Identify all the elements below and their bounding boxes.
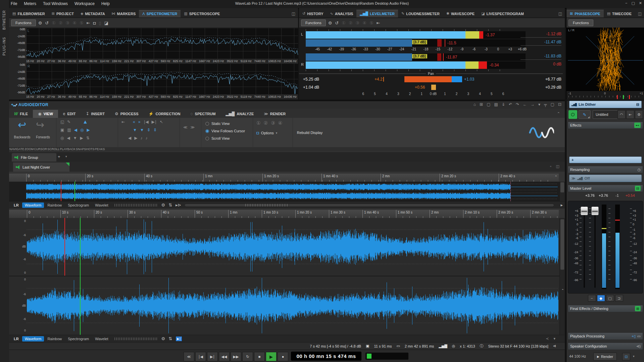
nudge-right-icon[interactable]: ▶ xyxy=(134,136,137,140)
overview-vscrollbar[interactable] xyxy=(559,182,565,201)
drop-left-icon[interactable]: ▼ xyxy=(133,128,137,132)
zoom-out-v-icon[interactable]: ▼ xyxy=(73,136,77,140)
ribbon-tab[interactable]: ⚡ CORRECTION xyxy=(144,110,186,118)
transport-next-marker[interactable]: ▶∣ xyxy=(207,352,218,361)
extend-left-icon[interactable]: ⇕ xyxy=(147,128,150,132)
nudge-left-icon[interactable]: ◀ xyxy=(128,136,131,140)
transport-rewind[interactable]: ◀◀ xyxy=(219,352,230,361)
power-button[interactable]: ⏻ xyxy=(568,110,577,119)
new-file-icon[interactable]: ▢ xyxy=(487,102,490,107)
zoom-audio-icon[interactable]: ◎ xyxy=(60,136,64,140)
view-tab[interactable]: Rainbow xyxy=(45,202,64,208)
view-tab[interactable]: Wavelet xyxy=(92,202,111,208)
collapse-icon[interactable]: ⇤ xyxy=(626,110,634,119)
goniometer-display[interactable]: L / R xyxy=(566,28,644,91)
reset-icon[interactable]: ↺ xyxy=(335,21,339,25)
winctl-close[interactable]: ✕ xyxy=(639,1,642,5)
status-audio-format[interactable]: Stereo 32 bit F 44 100 Hz [128 kbps] xyxy=(488,344,548,348)
layout-icon[interactable]: ⊡ xyxy=(558,102,561,107)
unlink-icon[interactable]: ⊐ xyxy=(615,295,623,302)
file-group-tab[interactable]: File Group xyxy=(12,153,56,162)
copy-icon[interactable]: ▢ xyxy=(606,295,614,302)
overview-waveform[interactable] xyxy=(9,182,565,201)
collapse-icon[interactable]: ⇤ xyxy=(377,21,380,25)
panel-menu-icon[interactable]: ◫ xyxy=(556,10,565,17)
panel-menu-icon[interactable]: ◫ xyxy=(289,10,298,17)
delete-icon[interactable]: ▯ xyxy=(99,21,101,25)
status-cursor-marker-icon[interactable]: ▣ xyxy=(366,344,369,348)
render-button[interactable]: ▶ Render xyxy=(593,353,617,361)
prev-marker-icon[interactable]: ∣◀ xyxy=(143,120,148,124)
transport-time-display[interactable]: 00 h 00 mn 15 s 474 ms xyxy=(291,352,361,361)
status-zoom-factor[interactable]: x 1: 4313 xyxy=(460,344,475,348)
tab[interactable]: ∿ ANALYSIS xyxy=(327,10,357,17)
mono-icon[interactable]: − xyxy=(588,295,596,302)
status-file-length[interactable]: 2 mn 42 s 891 ms xyxy=(405,344,434,348)
ribbon-tab[interactable]: ◌ SPECTRUM xyxy=(185,110,220,118)
preset-5[interactable]: ⑤ xyxy=(80,21,84,25)
status-monitor-icon[interactable]: ⊲ xyxy=(553,344,556,348)
tab[interactable]: ◈ METADATA xyxy=(77,10,108,17)
undo-icon[interactable]: ↶ xyxy=(509,102,512,107)
ribbon-tab[interactable]: e EDIT xyxy=(58,110,81,118)
marker-pen-icon[interactable]: ⌃ xyxy=(561,288,564,292)
scroll-left-icon[interactable]: ≪ xyxy=(183,125,188,129)
transport-play[interactable]: ▶ xyxy=(266,352,277,361)
next-marker-icon[interactable]: ▶∣ xyxy=(152,120,157,124)
nav-back-icon[interactable]: ← xyxy=(523,102,527,107)
forwards-icon[interactable]: ↪ xyxy=(36,120,44,130)
resampling-slot[interactable]: ≫ ▂▅█ Off xyxy=(569,175,642,182)
sidebar-tab-bitmeter[interactable]: BITMETER xyxy=(2,10,6,30)
transport-loop[interactable]: ↻ xyxy=(242,352,253,361)
panel-menu-icon[interactable]: ◫ xyxy=(556,164,559,169)
overview-ruler[interactable]: 020 s40 s1 mn1 mn 20 s1 mn 40 s2 mn2 mn … xyxy=(9,174,559,182)
winctl-maximize[interactable]: ▢ xyxy=(631,1,635,5)
collapse-icon[interactable]: ⇤ xyxy=(87,21,90,25)
functions-button[interactable]: Functions xyxy=(11,19,36,26)
nav-forward-icon[interactable]: → xyxy=(531,102,535,107)
ribbon-tab[interactable]: W FILE xyxy=(9,110,33,118)
zoom-out-h-icon[interactable]: ◀ xyxy=(74,128,77,132)
ribbon-tab[interactable]: ⚙ PROCESS xyxy=(110,110,144,118)
status-time-selection[interactable]: 7 s 42 ms [-4 s 50 ms] / -4.8 dB xyxy=(310,344,361,348)
import-icon[interactable]: ⇓ xyxy=(502,102,505,107)
winctl-minimize[interactable]: − xyxy=(625,1,627,5)
ribbon-tab[interactable]: ◉ VIEW xyxy=(33,110,58,118)
meter-settings-icon[interactable]: ⊟ xyxy=(635,186,641,191)
transport-go-start[interactable]: ≪ xyxy=(184,352,194,361)
view-tab[interactable]: Spectrogram xyxy=(65,336,92,342)
preset-2[interactable]: ② xyxy=(349,21,353,25)
backwards-icon[interactable]: ↩ xyxy=(18,120,26,130)
functions-button[interactable]: Functions xyxy=(301,19,326,26)
zoom-all-icon[interactable]: ▥ xyxy=(67,128,71,132)
spectrum-plot-left[interactable]: L xyxy=(26,28,298,59)
zoom-left-icon[interactable]: ◀ xyxy=(67,136,70,140)
snapshot-4[interactable]: ④ xyxy=(278,121,283,125)
ribbon-tab[interactable]: ≫ RENDER xyxy=(259,110,291,118)
view-tab[interactable]: Waveform xyxy=(22,202,44,208)
zoom-loupe-icon[interactable]: ◎ xyxy=(80,128,84,132)
snapshot-1[interactable]: ① xyxy=(256,121,261,125)
extend-right-icon[interactable]: ⇕ xyxy=(153,128,157,132)
final-effect-slotLin Dither[interactable]: ▂▅█ Lin Dither ⊟ xyxy=(569,101,642,108)
zoom-right-icon[interactable]: ▶ xyxy=(80,136,83,140)
ribbon-tab[interactable]: ▂▅█ ANALYZE xyxy=(220,110,259,118)
resize-grip[interactable] xyxy=(114,337,158,340)
fader-track-right[interactable] xyxy=(594,206,596,288)
home-icon[interactable]: ⌂ xyxy=(474,102,476,107)
zoom-up-icon[interactable]: ▲ xyxy=(83,119,88,125)
dropdown-icon[interactable]: ▾ xyxy=(538,102,540,107)
overview-hscrollbar[interactable] xyxy=(185,203,554,207)
panel-menu-icon[interactable]: ◫ xyxy=(635,10,644,17)
tab[interactable]: ▂▅█ LEVELMETER xyxy=(356,10,398,17)
snapshot-3[interactable]: ③ xyxy=(271,121,275,125)
view-tab[interactable]: Rainbow xyxy=(45,336,64,342)
audition-left-icon[interactable]: ♪ xyxy=(140,136,142,140)
speaker-config-header[interactable]: Speaker Configuration ⊲) xyxy=(568,343,643,350)
tab[interactable]: ⋈ MARKERS xyxy=(108,10,139,17)
main-ruler[interactable]: 010 s20 s30 s40 s50 s1 mn1 mn 10 s1 mn 2… xyxy=(9,210,559,218)
zoom-selection-icon[interactable]: ◱ xyxy=(60,120,64,124)
follow-playback-button[interactable]: ▶∣ xyxy=(176,336,182,342)
transport-prev-marker[interactable]: ∣◀ xyxy=(195,352,206,361)
rebuild-display-button[interactable]: Rebuild Display xyxy=(293,131,327,135)
